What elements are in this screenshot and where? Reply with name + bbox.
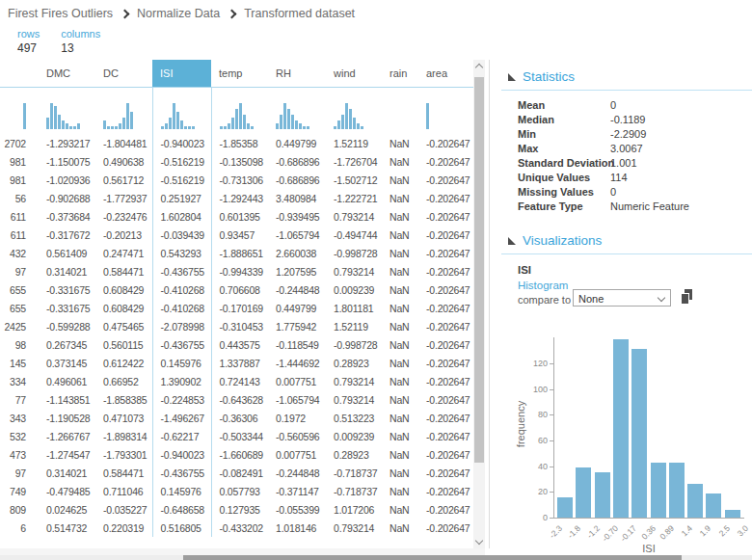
table-cell[interactable]: 0.024625 [39, 500, 95, 519]
table-cell[interactable]: -0.479485 [39, 482, 95, 500]
table-cell[interactable]: 0.584471 [95, 464, 152, 482]
statistics-section-header[interactable]: Statistics [508, 69, 575, 84]
table-cell[interactable]: -0.202647 [418, 464, 474, 482]
table-cell[interactable]: -0.310453 [211, 317, 268, 335]
table-cell[interactable]: -0.36306 [211, 409, 268, 427]
table-cell[interactable]: 0.711046 [95, 482, 152, 500]
table-cell[interactable]: -0.940023 [152, 445, 211, 464]
table-cell[interactable]: 0.007751 [268, 372, 326, 390]
table-cell[interactable]: 1.775942 [268, 317, 326, 335]
table-cell[interactable]: 0.267345 [39, 335, 95, 354]
table-cell[interactable]: 0.66952 [95, 372, 152, 390]
table-cell[interactable]: 655 [0, 299, 39, 317]
table-cell[interactable]: 809 [0, 500, 39, 519]
table-cell[interactable]: -0.436755 [152, 262, 211, 280]
column-header-DC[interactable]: DC [95, 60, 152, 88]
table-cell[interactable]: NaN [382, 171, 418, 189]
table-cell[interactable]: 1.017206 [326, 500, 382, 519]
table-cell[interactable]: -0.202647 [418, 335, 474, 354]
table-cell[interactable]: -1.858385 [95, 390, 152, 409]
table-cell[interactable]: 0.793214 [326, 262, 382, 280]
table-cell[interactable]: -0.202647 [418, 427, 474, 445]
table-cell[interactable]: 1.52119 [326, 317, 382, 335]
table-cell[interactable]: 0.314021 [39, 464, 95, 482]
table-cell[interactable]: 0.1972 [268, 409, 326, 427]
table-cell[interactable]: 0.28923 [326, 354, 382, 372]
table-cell[interactable]: NaN [382, 445, 418, 464]
table-cell[interactable]: -0.433202 [211, 519, 268, 537]
table-cell[interactable]: -1.222721 [326, 189, 382, 207]
table-cell[interactable]: -0.373684 [39, 207, 95, 226]
table-cell[interactable]: -0.317672 [39, 226, 95, 244]
table-cell[interactable]: -0.202647 [418, 445, 474, 464]
table-cell[interactable]: -0.135098 [211, 152, 268, 171]
table-cell[interactable]: 749 [0, 482, 39, 500]
table-cell[interactable]: -0.082491 [211, 464, 268, 482]
table-cell[interactable]: NaN [382, 427, 418, 445]
table-cell[interactable]: 0.706608 [211, 280, 268, 299]
table-cell[interactable]: NaN [382, 335, 418, 354]
table-cell[interactable]: -0.20213 [95, 226, 152, 244]
table-cell[interactable]: -0.202647 [418, 482, 474, 500]
table-cell[interactable]: 0.251927 [152, 189, 211, 207]
table-cell[interactable]: -0.202647 [418, 171, 474, 189]
scroll-up-icon[interactable] [475, 64, 483, 71]
table-cell[interactable]: -0.994339 [211, 262, 268, 280]
table-cell[interactable]: -1.266767 [39, 427, 95, 445]
table-cell[interactable]: 0.443575 [211, 335, 268, 354]
table-cell[interactable]: 0.601395 [211, 207, 268, 226]
table-cell[interactable]: 0.608429 [95, 299, 152, 317]
table-cell[interactable]: -0.998728 [326, 244, 382, 262]
table-horizontal-scrollbar[interactable] [0, 548, 485, 555]
table-cell[interactable]: 0.608429 [95, 280, 152, 299]
table-cell[interactable]: 2702 [0, 134, 39, 152]
table-cell[interactable]: -0.202647 [418, 519, 474, 537]
table-cell[interactable]: -0.410268 [152, 299, 211, 317]
table-cell[interactable]: 981 [0, 152, 39, 171]
table-cell[interactable]: -0.202647 [418, 299, 474, 317]
table-cell[interactable]: -1.85358 [211, 134, 268, 152]
table-cell[interactable]: 532 [0, 427, 39, 445]
column-header-clipped[interactable] [0, 60, 39, 88]
table-cell[interactable]: -1.190528 [39, 409, 95, 427]
breadcrumb-item[interactable]: Normalize Data [137, 7, 220, 20]
table-vertical-scrollbar[interactable] [473, 60, 485, 548]
table-cell[interactable]: -0.648658 [152, 500, 211, 519]
table-cell[interactable]: -1.274547 [39, 445, 95, 464]
table-cell[interactable]: 0.449799 [268, 134, 326, 152]
table-cell[interactable]: -0.055399 [268, 500, 326, 519]
table-cell[interactable]: -0.331675 [39, 280, 95, 299]
table-cell[interactable]: 432 [0, 244, 39, 262]
table-cell[interactable]: -1.726704 [326, 152, 382, 171]
column-header-wind[interactable]: wind [326, 60, 382, 88]
table-cell[interactable]: 1.602804 [152, 207, 211, 226]
table-cell[interactable]: 3.480984 [268, 189, 326, 207]
table-cell[interactable]: -0.224853 [152, 390, 211, 409]
table-cell[interactable]: 6 [0, 519, 39, 537]
table-cell[interactable]: -0.118549 [268, 335, 326, 354]
table-cell[interactable]: -1.888651 [211, 244, 268, 262]
table-cell[interactable]: -0.516219 [152, 171, 211, 189]
breadcrumb-item[interactable]: Firest Fires Outliers [8, 7, 113, 20]
table-cell[interactable]: -1.804481 [95, 134, 152, 152]
table-cell[interactable]: 0.793214 [326, 372, 382, 390]
table-cell[interactable]: -0.202647 [418, 280, 474, 299]
table-cell[interactable]: -0.686896 [268, 171, 326, 189]
table-cell[interactable]: 0.793214 [326, 390, 382, 409]
table-cell[interactable]: -0.202647 [418, 244, 474, 262]
table-cell[interactable]: 334 [0, 372, 39, 390]
table-cell[interactable]: -1.793301 [95, 445, 152, 464]
table-cell[interactable]: -0.436755 [152, 464, 211, 482]
table-cell[interactable]: -0.731306 [211, 171, 268, 189]
table-cell[interactable]: -0.202647 [418, 207, 474, 226]
table-cell[interactable]: 0.584471 [95, 262, 152, 280]
table-cell[interactable]: -0.62217 [152, 427, 211, 445]
table-cell[interactable]: -1.293217 [39, 134, 95, 152]
table-cell[interactable]: 97 [0, 464, 39, 482]
table-cell[interactable]: NaN [382, 189, 418, 207]
column-header-rain[interactable]: rain [382, 60, 418, 88]
column-header-DMC[interactable]: DMC [39, 60, 95, 88]
table-cell[interactable]: NaN [382, 152, 418, 171]
vertical-scrollbar-thumb[interactable] [474, 77, 484, 463]
table-cell[interactable]: -0.560596 [268, 427, 326, 445]
